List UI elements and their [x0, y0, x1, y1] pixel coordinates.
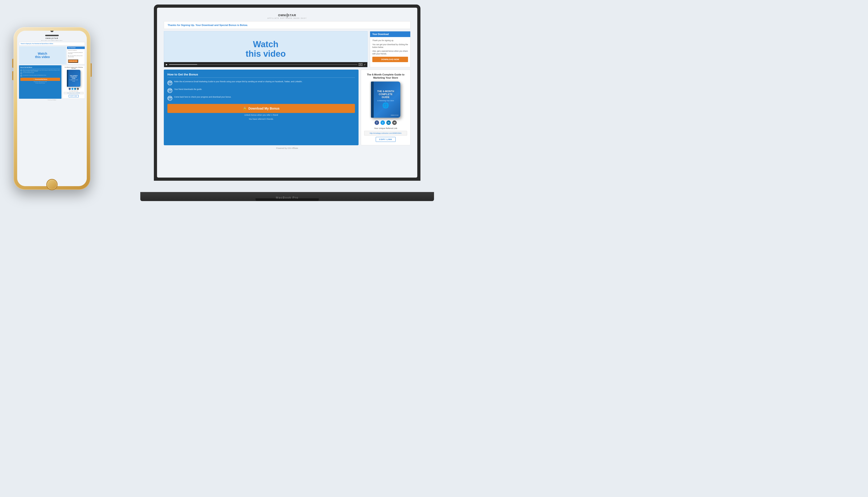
phone-step-3: 3 Come back here to check your progress … — [20, 75, 60, 76]
download-card-body: Thank you for signing up. You can get yo… — [370, 37, 410, 65]
step-3: STEP3 Come back here to check your progr… — [167, 96, 355, 101]
hd-badge: HD — [359, 63, 362, 66]
book-title: The 6-Month Complete Guide to Marketing … — [364, 73, 407, 80]
phone-dl-header: Your Download — [67, 46, 85, 49]
phone-step-2-text: Your friend downloads the guide. — [23, 72, 34, 73]
phone-referral-link: http://emailapp.ositracker.com/38965/384… — [64, 92, 84, 94]
laptop-brand-label: MacBook Pro — [276, 196, 298, 199]
book-cover: THE 6-MONTHCOMPLETEGUIDE to Marketing Yo… — [371, 82, 400, 118]
phone-volume-up — [12, 59, 13, 68]
screen-content: OMNISTAR AFFILIATE SOFTWARE MADE EASY Th… — [157, 8, 417, 178]
referred-text: You have referred 0 friends. — [167, 118, 355, 120]
book-cover-sub: to Marketing Your Store — [377, 100, 394, 101]
video-title: Watch this video — [245, 40, 286, 59]
logo-text-star: STAR — [288, 14, 296, 17]
play-icon[interactable]: ▶ — [166, 63, 168, 66]
video-progress-bar — [169, 64, 357, 65]
facebook-icon[interactable]: f — [374, 120, 379, 125]
scene: OMNISTAR AFFILIATE SOFTWARE MADE EASY Th… — [0, 0, 434, 248]
phone-facebook-icon[interactable]: f — [69, 88, 71, 90]
logo-bar — [287, 13, 287, 17]
phone-step-3-circle: 3 — [20, 75, 22, 76]
step-3-text: Come back here to check your progress an… — [174, 96, 231, 99]
dl-line2: You can get your download by clicking th… — [372, 43, 408, 49]
phone-home-button[interactable] — [46, 179, 58, 190]
phone-video-text: Watchthis video — [35, 52, 50, 59]
phone-email-icon[interactable]: ✉ — [77, 88, 79, 90]
referral-label: Your Unique Referral Link — [374, 127, 397, 129]
dl-line1: Thank you for signing up. — [372, 39, 408, 42]
logo-sub: AFFILIATE SOFTWARE MADE EASY — [164, 17, 411, 19]
step-1: STEP1 Refer the eCommerce Email Marketin… — [167, 81, 355, 85]
phone-speaker — [45, 35, 59, 36]
bonus-section: How to Get the Bonus STEP1 Refer the eCo… — [164, 70, 358, 145]
step-3-number: STEP3 — [168, 97, 172, 100]
phone-book-title: The 6-Month Complete Guide to Marketing … — [64, 67, 84, 69]
logo-text-omni: OMNI — [278, 14, 287, 17]
book-3d: THE 6-MONTHCOMPLETEGUIDE to Marketing Yo… — [371, 82, 400, 118]
phone-thankyou: Thanks for Signing Up. Your Download and… — [19, 42, 85, 45]
lock-icon: 🔒 — [243, 106, 247, 110]
unlock-text: Unlock bonus when you refer 1 friend — [167, 114, 355, 116]
phone-download-bonus-button[interactable]: 🔒 Download My Bonus — [20, 78, 60, 81]
phone-video: Watchthis video — [19, 46, 66, 65]
twitter-icon[interactable]: t — [381, 120, 385, 125]
step-2: STEP2 Your friend downloads the guide. — [167, 88, 355, 93]
download-bonus-button[interactable]: 🔒 Download My Bonus — [167, 104, 355, 113]
laptop-base: MacBook Pro — [140, 192, 434, 201]
laptop-body: OMNISTAR AFFILIATE SOFTWARE MADE EASY Th… — [154, 4, 421, 181]
globe-icon: 🌐 — [382, 102, 389, 109]
copy-link-button[interactable]: COPY LINK — [376, 137, 396, 142]
laptop-screen: OMNISTAR AFFILIATE SOFTWARE MADE EASY Th… — [157, 8, 417, 178]
phone-step-1-text: Refer the eCommerce Email Marketing Guid… — [23, 70, 60, 72]
phone-step-2: 2 Your friend downloads the guide. — [20, 72, 60, 74]
video-line2: this video — [245, 49, 286, 58]
phone-dl-body: Thank you for signing up. You can get yo… — [67, 49, 85, 58]
bonus-title: How to Get the Bonus — [167, 73, 355, 78]
phone-step-2-circle: 2 — [20, 72, 22, 74]
step-3-circle: STEP3 — [167, 96, 172, 101]
book-brand: OMNISTAR — [391, 115, 399, 116]
linkedin-icon[interactable]: in — [386, 120, 391, 125]
phone: OMNI|STAR AFFILIATE SOFTWARE MADE EASY T… — [14, 27, 90, 190]
phone-social-icons: f t in ✉ — [69, 88, 79, 90]
phone-shell: OMNI|STAR AFFILIATE SOFTWARE MADE EASY T… — [14, 27, 90, 190]
phone-book-card: The 6-Month Complete Guide to Marketing … — [62, 65, 85, 99]
step-1-number: STEP1 — [168, 81, 172, 85]
thank-you-text: Thanks for Signing Up. Your Download and… — [168, 24, 407, 26]
phone-twitter-icon[interactable]: t — [71, 88, 73, 90]
phone-referral-label: Your Unique Referral Link — [69, 90, 78, 91]
phone-bottom: How to Get the Bonus 1 Refer the eCommer… — [19, 65, 85, 99]
phone-powered: Powered by OSI Affiliate — [19, 100, 85, 101]
phone-volume-down — [12, 71, 13, 80]
phone-copy-link-button[interactable]: COPY LINK — [69, 95, 79, 97]
book-card: The 6-Month Complete Guide to Marketing … — [361, 70, 411, 145]
logo-wordmark: OMNISTAR — [164, 13, 411, 17]
thank-you-bar: Thanks for Signing Up. Your Download and… — [164, 21, 411, 29]
dl-line3: Also, get a special bonus when you share… — [372, 50, 408, 55]
phone-download-now-button[interactable]: DOWNLOAD NOW — [68, 59, 78, 63]
phone-top: Watchthis video Your Download Thank you … — [19, 46, 85, 65]
phone-step-1-circle: 1 — [20, 70, 22, 71]
step-2-number: STEP2 — [168, 89, 172, 92]
email-icon[interactable]: ✉ — [392, 120, 397, 125]
phone-dl-card: Your Download Thank you for signing up. … — [67, 46, 85, 65]
download-now-button[interactable]: DOWNLOAD NOW — [372, 57, 408, 62]
phone-referred-text: You have referred 0 friends. — [20, 83, 60, 84]
phone-logo: OMNI|STAR — [19, 38, 85, 39]
fullscreen-icon[interactable]: ⤢ — [364, 63, 366, 66]
phone-content: OMNI|STAR AFFILIATE SOFTWARE MADE EASY T… — [17, 31, 87, 186]
laptop: OMNISTAR AFFILIATE SOFTWARE MADE EASY Th… — [140, 4, 434, 208]
step-1-circle: STEP1 — [167, 81, 172, 85]
video-controls: ▶ HD ⤢ — [164, 62, 367, 67]
step-2-circle: STEP2 — [167, 88, 172, 93]
phone-step-3-text: Come back here to check your progress an… — [23, 75, 46, 76]
download-bonus-label: Download My Bonus — [248, 106, 280, 110]
step-1-text: Refer the eCommerce Email Marketing Guid… — [174, 81, 302, 83]
phone-bonus-title: How to Get the Bonus — [20, 67, 60, 69]
phone-linkedin-icon[interactable]: in — [74, 88, 76, 90]
video-area: Watch this video ▶ HD ⤢ — [164, 31, 368, 67]
social-icons: f t in ✉ — [374, 120, 397, 125]
phone-step-1: 1 Refer the eCommerce Email Marketing Gu… — [20, 70, 60, 72]
video-progress-fill — [169, 64, 197, 65]
